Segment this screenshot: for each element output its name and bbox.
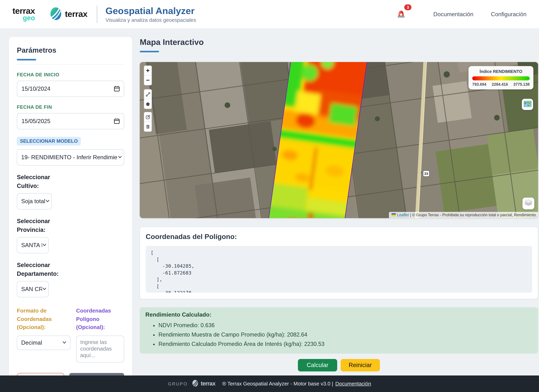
coord-format-col: Formato de Coordenadas (Opcional): Decim… [17,307,71,364]
result-aoi-average: Rendimiento Calculado Promedio Área de I… [159,340,532,349]
accent-bar [140,51,159,52]
department-select[interactable]: SAN CRIST [17,281,49,298]
map-section-title: Mapa Interactivo [140,37,538,47]
leaflet-link[interactable]: Leaflet [397,213,409,217]
province-label: Seleccionar Provincia: [17,217,67,234]
polygon-coords-label: Coordenadas Polígono (Opcional): [76,307,124,331]
legend-gradient-bar [472,76,530,80]
accent-bar [17,59,36,61]
model-select[interactable]: 19- RENDIMIENTO - Inferir Rendimiento de… [17,149,124,165]
edit-layers-button[interactable] [144,112,152,122]
coord-options-row: Formato de Coordenadas (Opcional): Decim… [17,307,124,364]
draw-control [144,89,152,109]
polygon-coordinates-card: Coordenadas del Polígono: [ [ -30.104285… [140,227,538,299]
nav-documentacion[interactable]: Documentación [433,11,473,18]
yield-index-legend: Índice RENDIMIENTO 793.694 2284.416 3775… [468,66,533,90]
calendar-icon[interactable] [114,118,120,126]
minimap-toggle-button[interactable] [522,99,533,110]
layers-icon [524,199,532,208]
draw-polygon-button[interactable] [144,99,152,109]
chevron-down-icon [45,198,50,204]
header: terrax geo terrax Geospatial Analyzer Vi… [0,0,539,29]
start-date-input[interactable] [17,81,124,97]
delete-layers-button[interactable] [144,122,152,132]
model-select-value: 19- RENDIMIENTO - Inferir Rendimiento de… [21,154,118,161]
legend-mid: 2284.416 [492,82,508,87]
legend-max: 3775.138 [513,82,530,87]
department-select-value: SAN CRIST [21,286,42,293]
end-date-label: FECHA DE FIN [17,104,124,110]
polygon-coordinates-title: Coordenadas del Polígono: [146,233,532,241]
footer-text: ® Terrax Geospatial Analyzer - Motor bas… [222,381,333,387]
footer-documentation-link[interactable]: Documentación [335,381,371,387]
draw-polyline-button[interactable] [144,90,152,99]
layers-control-button[interactable] [522,198,534,209]
department-label: Seleccionar Departamento: [17,261,67,278]
header-titles: Geospatial Analyzer Visualiza y analiza … [106,5,196,23]
header-divider [97,5,97,23]
app-subtitle: Visualiza y analiza datos geoespaciales [106,17,196,23]
end-date-input[interactable] [17,113,124,129]
footer-group-label: GRUPO [168,381,188,386]
start-date-label: FECHA DE INICIO [17,72,124,78]
alert-button[interactable]: 3 [396,8,407,20]
footer-brand: terrax [201,380,215,387]
crop-label: Seleccionar Cultivo: [17,173,67,190]
legend-values: 793.694 2284.416 3775.138 [472,82,530,87]
polygon-coords-textarea[interactable] [76,335,124,362]
province-select[interactable]: SANTA FE [17,237,49,253]
interactive-map[interactable]: + − [140,62,538,218]
world-map-icon [523,100,532,109]
footer: GRUPO terrax ® Terrax Geospatial Analyze… [0,375,539,392]
calendar-icon[interactable] [114,85,120,93]
panel-title: Parámetros [17,46,124,55]
siren-icon [396,15,407,20]
route-shield: 23 [423,170,429,177]
crop-select[interactable]: Soja total [17,193,52,209]
coord-format-select[interactable]: Decimal [17,335,71,350]
chevron-down-icon [118,155,122,160]
nav-configuracion[interactable]: Configuración [491,11,527,18]
polygon-coords-col: Coordenadas Polígono (Opcional): [76,307,124,364]
result-ndvi: NDVI Promedio: 0.636 [159,321,532,330]
reset-button[interactable]: Reiniciar [341,359,380,371]
terrax-logo-text: terrax [65,9,87,19]
chevron-down-icon [62,340,67,345]
coord-format-value: Decimal [21,339,42,346]
calculated-yield-title: Rendimiento Calculado: [145,311,532,318]
content: Parámetros FECHA DE INICIO FECHA DE FIN … [0,29,539,392]
alert-count-badge: 3 [404,4,411,10]
calculated-yield-list: NDVI Promedio: 0.636 Rendimiento Muestra… [159,321,532,349]
polygon-coordinates-json[interactable]: [ [ -30.104285, -61.872683 ], [ -30.1221… [146,246,532,293]
attribution-text: | © Grupo Terrax - Prohibida su reproduc… [410,213,536,217]
legend-title: Índice RENDIMIENTO [472,69,530,74]
model-label: SELECCIONAR MODELO [17,137,81,146]
result-field-sample: Rendimiento Muestra de Campo Promedio (k… [159,330,532,339]
app-title: Geospatial Analyzer [106,5,196,16]
parameters-panel: Parámetros FECHA DE INICIO FECHA DE FIN … [9,37,132,392]
divider [140,56,538,57]
terrax-swirl-icon [50,7,62,22]
province-select-value: SANTA FE [21,242,42,249]
actions-row: Calcular Reiniciar [140,359,538,371]
edit-control [144,112,152,132]
crop-select-value: Soja total [21,198,45,205]
end-date-wrap [17,113,124,129]
chevron-down-icon [42,242,47,248]
zoom-out-button[interactable]: − [144,76,152,85]
ukraine-flag-icon [391,213,396,217]
chevron-down-icon [42,287,47,292]
terrax-swirl-icon [188,379,198,388]
terrax-geo-logo-sub: geo [12,15,35,22]
terrax-logo: terrax [50,7,87,22]
calculated-yield-card: Rendimiento Calculado: NDVI Promedio: 0.… [140,307,538,354]
zoom-control: + − [144,66,152,85]
zoom-in-button[interactable]: + [144,66,152,76]
terrax-geo-logo: terrax geo [12,7,35,22]
app-root: terrax geo terrax Geospatial Analyzer Vi… [0,0,539,392]
start-date-wrap [17,81,124,97]
coord-format-label: Formato de Coordenadas (Opcional): [17,307,71,331]
divider [17,64,124,65]
calculate-button[interactable]: Calcular [298,359,337,371]
map-attribution: Leaflet | © Grupo Terrax - Prohibida su … [389,212,538,218]
